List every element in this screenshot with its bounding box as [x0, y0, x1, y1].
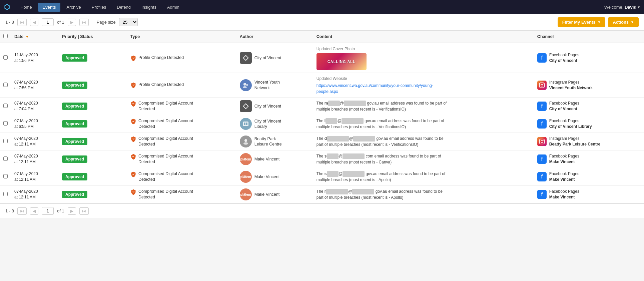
row-checkbox-4[interactable]: [3, 139, 8, 143]
nav-insights[interactable]: Insights: [137, 3, 161, 12]
type-cell: Compromised Digital AccountDetected: [127, 98, 236, 115]
logo-icon: ⬡: [4, 3, 10, 11]
page-size-label: Page size: [97, 20, 116, 25]
content-cell: The r████████@████████ gov.au email addr…: [313, 186, 534, 203]
svg-rect-12: [246, 123, 247, 125]
channel-text: Facebook PagesCity of Vincent: [549, 52, 579, 64]
channel-cell: f Facebook PagesCity of Vincent Library: [534, 115, 644, 133]
last-page-button[interactable]: ⏭: [79, 19, 89, 26]
facebook-icon: f: [537, 53, 547, 63]
type-cell: Compromised Digital AccountDetected: [127, 115, 236, 133]
author-name: Make Vincent: [254, 174, 280, 179]
date-cell: 07-May-2020 at 12:11 AM: [11, 186, 59, 203]
bottom-next-page-button[interactable]: ▶: [68, 207, 76, 215]
row-checkbox-5[interactable]: [3, 156, 8, 161]
date-cell: 11-May-2020 at 1:56 PM: [11, 43, 59, 73]
status-badge: Approved: [62, 82, 87, 89]
channel-text: Instagram PagesBeatty Park Leisure Centr…: [549, 136, 600, 147]
channel-cell: f Facebook PagesMake Vincent: [534, 186, 644, 203]
priority-status-cell: Approved: [59, 186, 127, 203]
nav-events[interactable]: Events: [38, 3, 61, 12]
table-row: 11-May-2020 at 1:56 PM Approved Profile …: [0, 43, 644, 73]
select-all-header[interactable]: [0, 31, 11, 43]
status-badge: Approved: [62, 191, 87, 198]
type-cell: Profile Change Detected: [127, 73, 236, 98]
status-badge: Approved: [62, 120, 87, 128]
type-header: Type: [127, 31, 236, 43]
nav-archive[interactable]: Archive: [62, 3, 85, 12]
facebook-icon: f: [537, 119, 547, 129]
instagram-icon: [537, 137, 547, 146]
next-page-button[interactable]: ▶: [68, 19, 76, 26]
bottom-prev-page-button[interactable]: ◀: [30, 207, 38, 215]
row-checkbox-7[interactable]: [3, 192, 8, 196]
page-size-select[interactable]: 10 25 50 100: [119, 18, 138, 26]
nav-links: Home Events Archive Profiles Defend Insi…: [16, 3, 604, 12]
row-checkbox-cell: [0, 115, 11, 133]
channel-text: Facebook PagesCity of Vincent: [549, 101, 579, 112]
events-table-container: Date ▼ Priority | Status Type Author Con…: [0, 31, 644, 203]
row-checkbox-2[interactable]: [3, 104, 8, 108]
row-checkbox-3[interactable]: [3, 121, 8, 126]
author-name: Beatty ParkLeisure Centre: [254, 136, 282, 147]
table-row: 07-May-2020 at 7:56 PM Approved Profile …: [0, 73, 644, 98]
page-number-input[interactable]: [42, 18, 54, 26]
content-cell: The m████@████████ gov.au email address …: [313, 98, 534, 115]
svg-point-13: [244, 139, 247, 142]
filter-caret-icon: ▼: [598, 20, 601, 24]
row-checkbox-6[interactable]: [3, 174, 8, 178]
priority-status-cell: Approved: [59, 98, 127, 115]
content-cover-image: CALLING ALL: [316, 53, 367, 70]
date-cell: 07-May-2020 at 7:56 PM: [11, 73, 59, 98]
actions-caret-icon: ▼: [631, 20, 634, 24]
row-checkbox-cell: [0, 133, 11, 150]
priority-status-cell: Approved: [59, 43, 127, 73]
channel-cell: f Facebook PagesMake Vincent: [534, 150, 644, 168]
facebook-icon: f: [537, 190, 547, 199]
type-cell: Compromised Digital AccountDetected: [127, 168, 236, 186]
status-badge: Approved: [62, 155, 87, 163]
svg-point-16: [541, 140, 543, 142]
author-name: City of VincentLibrary: [254, 119, 281, 130]
select-all-checkbox[interactable]: [3, 34, 8, 38]
table-row: 07-May-2020 at 12:11 AM Approved Comprom…: [0, 168, 644, 186]
row-checkbox-cell: [0, 186, 11, 203]
actions-button[interactable]: Actions ▼: [608, 17, 639, 27]
content-cell: Updated Websitehttps://www.vincent.wa.go…: [313, 73, 534, 98]
author-name: City of Vincent: [254, 55, 281, 61]
filter-label: Filter My Events: [562, 20, 596, 25]
type-cell: Compromised Digital AccountDetected: [127, 150, 236, 168]
svg-point-4: [243, 86, 247, 88]
table-row: 07-May-2020 at 6:55 PM Approved Compromi…: [0, 115, 644, 133]
row-checkbox-cell: [0, 150, 11, 168]
row-checkbox-0[interactable]: [3, 55, 8, 60]
row-checkbox-1[interactable]: [3, 83, 8, 87]
table-header-row: Date ▼ Priority | Status Type Author Con…: [0, 31, 644, 43]
date-header[interactable]: Date ▼: [11, 31, 59, 43]
nav-profiles[interactable]: Profiles: [87, 3, 111, 12]
author-cell: plăfem Make Vincent: [236, 186, 313, 203]
facebook-icon: f: [537, 102, 547, 111]
prev-page-button[interactable]: ◀: [30, 19, 38, 26]
status-badge: Approved: [62, 138, 87, 145]
bottom-last-page-button[interactable]: ⏭: [79, 207, 89, 215]
content-cell: The s████@████████ com email address was…: [313, 150, 534, 168]
priority-status-cell: Approved: [59, 168, 127, 186]
filter-my-events-button[interactable]: Filter My Events ▼: [558, 17, 606, 27]
channel-text: Facebook PagesMake Vincent: [549, 189, 579, 200]
channel-cell: Instagram PagesVincent Youth Network: [534, 73, 644, 98]
channel-cell: Instagram PagesBeatty Park Leisure Centr…: [534, 133, 644, 150]
type-cell: Compromised Digital AccountDetected: [127, 133, 236, 150]
date-cell: 07-May-2020 at 12:11 AM: [11, 168, 59, 186]
bottom-first-page-button[interactable]: ⏮: [17, 207, 27, 215]
first-page-button[interactable]: ⏮: [17, 19, 27, 26]
priority-status-header: Priority | Status: [59, 31, 127, 43]
nav-home[interactable]: Home: [16, 3, 37, 12]
svg-point-3: [246, 84, 248, 86]
bottom-page-number-input[interactable]: [42, 207, 54, 215]
priority-status-cell: Approved: [59, 115, 127, 133]
row-checkbox-cell: [0, 73, 11, 98]
nav-defend[interactable]: Defend: [112, 3, 135, 12]
events-table: Date ▼ Priority | Status Type Author Con…: [0, 31, 644, 203]
nav-admin[interactable]: Admin: [162, 3, 184, 12]
